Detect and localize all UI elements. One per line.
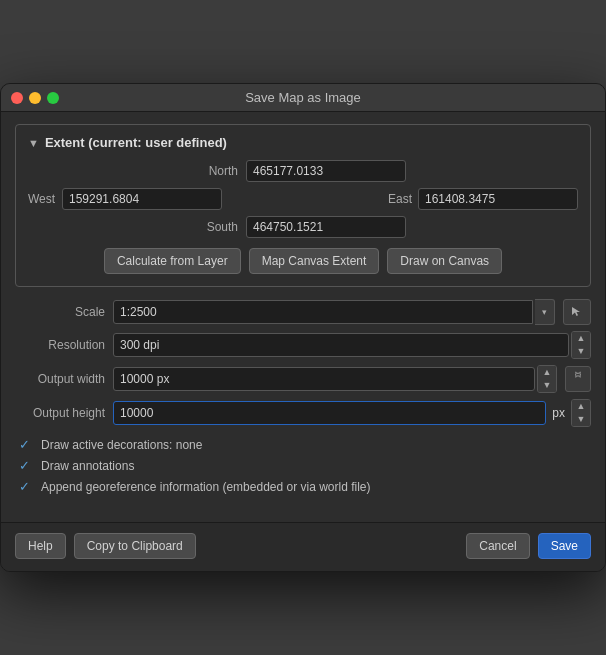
scale-label: Scale bbox=[15, 305, 105, 319]
checkbox-label-2[interactable]: Append georeference information (embedde… bbox=[41, 480, 371, 494]
copy-to-clipboard-button[interactable]: Copy to Clipboard bbox=[74, 533, 196, 559]
traffic-lights bbox=[11, 92, 59, 104]
checkbox-section: ✓ Draw active decorations: none ✓ Draw a… bbox=[15, 437, 591, 494]
output-height-wrap: px ▲ ▼ bbox=[113, 399, 591, 427]
checkbox-row-0: ✓ Draw active decorations: none bbox=[19, 437, 591, 452]
help-button[interactable]: Help bbox=[15, 533, 66, 559]
collapse-arrow-icon[interactable]: ▼ bbox=[28, 137, 39, 149]
south-input[interactable] bbox=[246, 216, 406, 238]
west-label: West bbox=[28, 192, 56, 206]
resolution-down-button[interactable]: ▼ bbox=[572, 345, 590, 358]
output-width-label: Output width bbox=[15, 372, 105, 386]
output-height-unit: px bbox=[552, 406, 565, 420]
west-input[interactable] bbox=[62, 188, 222, 210]
output-width-input[interactable] bbox=[113, 367, 535, 391]
draw-on-canvas-button[interactable]: Draw on Canvas bbox=[387, 248, 502, 274]
resolution-label: Resolution bbox=[15, 338, 105, 352]
west-east-row: West East bbox=[28, 188, 578, 210]
east-label: East bbox=[380, 192, 412, 206]
checkbox-row-1: ✓ Draw annotations bbox=[19, 458, 591, 473]
minimize-button[interactable] bbox=[29, 92, 41, 104]
map-canvas-extent-button[interactable]: Map Canvas Extent bbox=[249, 248, 380, 274]
bottom-bar: Help Copy to Clipboard Cancel Save bbox=[1, 522, 605, 571]
north-label: North bbox=[200, 164, 238, 178]
output-height-spinner: ▲ ▼ bbox=[571, 399, 591, 427]
calculate-from-layer-button[interactable]: Calculate from Layer bbox=[104, 248, 241, 274]
checkbox-row-2: ✓ Append georeference information (embed… bbox=[19, 479, 591, 494]
checkbox-label-1[interactable]: Draw annotations bbox=[41, 459, 134, 473]
south-row: South bbox=[28, 216, 578, 238]
bottom-left-buttons: Help Copy to Clipboard bbox=[15, 533, 196, 559]
checkbox-label-0[interactable]: Draw active decorations: none bbox=[41, 438, 202, 452]
form-section: Scale ▾ Resolution ▲ ▼ bbox=[15, 299, 591, 427]
output-height-down-button[interactable]: ▼ bbox=[572, 413, 590, 426]
save-button[interactable]: Save bbox=[538, 533, 591, 559]
west-pair: West bbox=[28, 188, 222, 210]
output-height-input[interactable] bbox=[113, 401, 546, 425]
lock-icon bbox=[572, 371, 584, 387]
scale-dropdown-arrow[interactable]: ▾ bbox=[535, 299, 555, 325]
cancel-button[interactable]: Cancel bbox=[466, 533, 529, 559]
output-height-label: Output height bbox=[15, 406, 105, 420]
main-window: Save Map as Image ▼ Extent (current: use… bbox=[0, 83, 606, 572]
resolution-row: Resolution ▲ ▼ bbox=[15, 331, 591, 359]
north-row: North bbox=[28, 160, 578, 182]
output-width-row: Output width ▲ ▼ bbox=[15, 365, 591, 393]
north-input[interactable] bbox=[246, 160, 406, 182]
link-dimensions-button[interactable] bbox=[565, 366, 591, 392]
bottom-right-buttons: Cancel Save bbox=[466, 533, 591, 559]
output-width-down-button[interactable]: ▼ bbox=[538, 379, 556, 392]
scale-input[interactable] bbox=[113, 300, 533, 324]
output-width-up-button[interactable]: ▲ bbox=[538, 366, 556, 379]
close-button[interactable] bbox=[11, 92, 23, 104]
main-content: ▼ Extent (current: user defined) North W… bbox=[1, 112, 605, 522]
extent-buttons: Calculate from Layer Map Canvas Extent D… bbox=[28, 248, 578, 274]
maximize-button[interactable] bbox=[47, 92, 59, 104]
south-label: South bbox=[200, 220, 238, 234]
resolution-up-button[interactable]: ▲ bbox=[572, 332, 590, 345]
output-width-spinner: ▲ ▼ bbox=[537, 365, 557, 393]
extent-title: Extent (current: user defined) bbox=[45, 135, 227, 150]
east-input[interactable] bbox=[418, 188, 578, 210]
resolution-wrap: ▲ ▼ bbox=[113, 331, 591, 359]
scale-cursor-button[interactable] bbox=[563, 299, 591, 325]
output-width-wrap: ▲ ▼ bbox=[113, 365, 557, 393]
window-title: Save Map as Image bbox=[245, 90, 361, 105]
extent-header: ▼ Extent (current: user defined) bbox=[28, 135, 578, 150]
extent-section: ▼ Extent (current: user defined) North W… bbox=[15, 124, 591, 287]
resolution-spinner: ▲ ▼ bbox=[571, 331, 591, 359]
title-bar: Save Map as Image bbox=[1, 84, 605, 112]
check-icon-0: ✓ bbox=[19, 437, 35, 452]
east-pair: East bbox=[380, 188, 578, 210]
output-height-row: Output height px ▲ ▼ bbox=[15, 399, 591, 427]
resolution-input[interactable] bbox=[113, 333, 569, 357]
scale-input-wrap: ▾ bbox=[113, 299, 555, 325]
check-icon-2: ✓ bbox=[19, 479, 35, 494]
coords-grid: North West East South bbox=[28, 160, 578, 238]
output-height-up-button[interactable]: ▲ bbox=[572, 400, 590, 413]
check-icon-1: ✓ bbox=[19, 458, 35, 473]
scale-row: Scale ▾ bbox=[15, 299, 591, 325]
cursor-icon bbox=[570, 305, 584, 319]
